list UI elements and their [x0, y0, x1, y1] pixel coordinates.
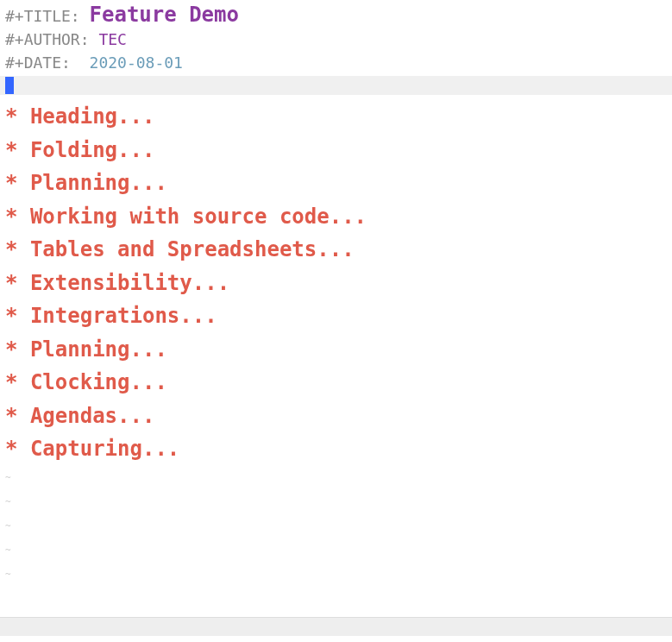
- heading-text: Capturing...: [30, 437, 179, 461]
- heading-folded[interactable]: * Capturing...: [5, 432, 672, 466]
- heading-star: *: [5, 104, 30, 129]
- heading-folded[interactable]: * Agendas...: [5, 400, 672, 433]
- heading-text: Planning...: [30, 337, 167, 362]
- meta-author-line[interactable]: #+AUTHOR: TEC: [5, 28, 672, 51]
- heading-star: *: [5, 171, 30, 195]
- heading-star: *: [5, 138, 30, 162]
- modeline[interactable]: [0, 617, 672, 636]
- heading-folded[interactable]: * Planning...: [5, 167, 672, 200]
- heading-text: Working with source code...: [30, 205, 367, 229]
- meta-author-keyword: #+AUTHOR:: [5, 30, 90, 48]
- editor-buffer[interactable]: #+TITLE: Feature Demo #+AUTHOR: TEC #+DA…: [0, 0, 672, 587]
- empty-line-indicator: ~: [5, 490, 672, 514]
- heading-text: Folding...: [30, 138, 155, 162]
- meta-title-value: Feature Demo: [90, 3, 239, 27]
- heading-folded[interactable]: * Integrations...: [5, 299, 672, 333]
- heading-text: Extensibility...: [30, 271, 229, 295]
- empty-line-indicator: ~: [5, 514, 672, 538]
- heading-text: Tables and Spreadsheets...: [30, 237, 355, 261]
- heading-folded[interactable]: * Folding...: [5, 134, 672, 167]
- cursor: [5, 77, 14, 94]
- heading-star: *: [5, 205, 30, 229]
- heading-star: *: [5, 337, 30, 362]
- heading-folded[interactable]: * Tables and Spreadsheets...: [5, 233, 672, 267]
- heading-text: Clocking...: [30, 370, 167, 394]
- meta-title-keyword: #+TITLE:: [5, 7, 80, 25]
- meta-date-value: 2020-08-01: [90, 54, 183, 72]
- empty-line-indicator: ~: [5, 538, 672, 563]
- heading-text: Agendas...: [30, 404, 155, 428]
- meta-date-keyword: #+DATE:: [5, 54, 71, 72]
- heading-text: Planning...: [30, 171, 167, 195]
- heading-folded[interactable]: * Working with source code...: [5, 200, 672, 234]
- current-line[interactable]: [0, 76, 672, 95]
- meta-author-value: TEC: [98, 30, 127, 48]
- heading-text: Integrations...: [30, 304, 217, 328]
- empty-line-indicator: ~: [5, 563, 672, 587]
- heading-folded[interactable]: * Extensibility...: [5, 267, 672, 300]
- heading-folded[interactable]: * Planning...: [5, 333, 672, 367]
- heading-star: *: [5, 237, 30, 261]
- heading-folded[interactable]: * Clocking...: [5, 366, 672, 400]
- empty-line-indicator: ~: [5, 466, 672, 490]
- meta-title-line[interactable]: #+TITLE: Feature Demo: [5, 3, 672, 28]
- heading-star: *: [5, 271, 30, 295]
- heading-star: *: [5, 404, 30, 428]
- heading-text: Heading...: [30, 104, 155, 129]
- heading-folded[interactable]: * Heading...: [5, 100, 672, 134]
- heading-star: *: [5, 437, 30, 461]
- heading-star: *: [5, 370, 30, 394]
- heading-star: *: [5, 304, 30, 328]
- meta-date-line[interactable]: #+DATE: 2020-08-01: [5, 51, 672, 74]
